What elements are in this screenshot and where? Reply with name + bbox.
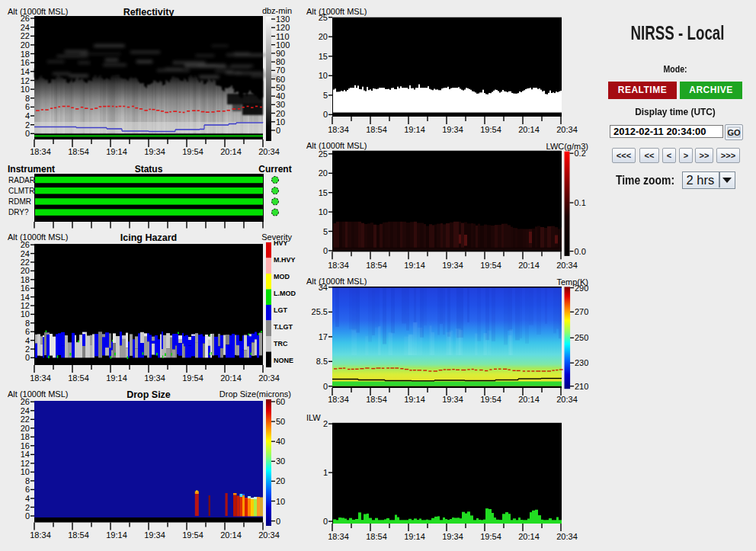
svg-text:18:54: 18:54 [68, 147, 89, 156]
svg-text:19:54: 19:54 [480, 125, 501, 134]
svg-text:6: 6 [25, 485, 30, 494]
svg-text:19:54: 19:54 [182, 147, 203, 156]
svg-text:20:14: 20:14 [518, 395, 540, 404]
svg-text:15: 15 [319, 188, 328, 197]
svg-text:2: 2 [323, 419, 328, 428]
svg-text:70: 70 [276, 66, 285, 75]
svg-text:RDMR: RDMR [8, 197, 31, 206]
svg-text:50: 50 [276, 83, 285, 92]
svg-text:18:54: 18:54 [68, 373, 89, 383]
svg-text:110: 110 [276, 32, 290, 41]
svg-text:20:34: 20:34 [556, 532, 578, 541]
svg-text:230: 230 [575, 358, 588, 367]
svg-text:12: 12 [21, 76, 30, 85]
svg-text:8: 8 [25, 319, 30, 328]
svg-text:10: 10 [319, 71, 328, 80]
svg-text:20:14: 20:14 [220, 147, 242, 156]
svg-text:8: 8 [25, 94, 30, 103]
svg-text:12: 12 [21, 301, 30, 310]
svg-text:40: 40 [276, 437, 285, 446]
svg-text:20:14: 20:14 [518, 125, 540, 134]
svg-text:16: 16 [21, 284, 30, 293]
svg-text:L.MOD: L.MOD [274, 290, 296, 297]
svg-text:18:54: 18:54 [68, 530, 89, 540]
svg-text:18: 18 [21, 50, 30, 59]
svg-text:40: 40 [276, 91, 285, 101]
svg-text:18:34: 18:34 [328, 261, 349, 270]
svg-text:26: 26 [21, 397, 30, 406]
svg-text:MOD: MOD [274, 273, 290, 280]
svg-text:TRC: TRC [274, 340, 288, 348]
svg-text:Alt (1000ft MSL): Alt (1000ft MSL) [8, 7, 68, 16]
svg-text:4: 4 [25, 494, 30, 503]
svg-text:2: 2 [25, 344, 30, 354]
svg-text:18:54: 18:54 [366, 125, 387, 134]
svg-text:16: 16 [21, 58, 30, 67]
svg-text:24: 24 [21, 406, 30, 415]
svg-text:14: 14 [21, 450, 30, 459]
svg-text:0.1: 0.1 [575, 198, 586, 207]
svg-text:80: 80 [276, 57, 285, 66]
svg-text:NONE: NONE [274, 357, 293, 364]
svg-text:18:54: 18:54 [366, 261, 387, 270]
svg-text:24: 24 [21, 249, 30, 258]
svg-text:19:54: 19:54 [480, 532, 501, 541]
svg-text:19:34: 19:34 [442, 125, 463, 134]
svg-text:0: 0 [323, 246, 328, 255]
svg-text:19:34: 19:34 [442, 261, 463, 270]
svg-text:19:14: 19:14 [404, 261, 425, 270]
svg-text:0: 0 [25, 129, 30, 138]
svg-text:26: 26 [21, 240, 30, 249]
svg-text:10: 10 [276, 117, 285, 127]
svg-text:M.HVY: M.HVY [274, 256, 296, 264]
svg-text:1: 1 [323, 468, 328, 477]
svg-text:0.2: 0.2 [575, 149, 586, 158]
svg-text:100: 100 [276, 40, 290, 50]
svg-text:LGT: LGT [274, 306, 287, 314]
svg-text:20:34: 20:34 [258, 373, 280, 383]
svg-text:14: 14 [21, 293, 30, 302]
svg-text:2: 2 [25, 120, 30, 130]
svg-text:10: 10 [276, 497, 285, 506]
svg-text:18:34: 18:34 [328, 125, 349, 134]
svg-text:RADAR: RADAR [8, 176, 35, 184]
svg-text:Drop Size: Drop Size [127, 389, 171, 400]
svg-text:20: 20 [319, 32, 328, 41]
svg-text:20:34: 20:34 [258, 147, 280, 156]
svg-text:0: 0 [323, 517, 328, 526]
svg-text:18:54: 18:54 [366, 395, 387, 404]
svg-text:10: 10 [21, 467, 30, 476]
svg-text:17: 17 [319, 332, 328, 341]
svg-text:290: 290 [575, 284, 588, 293]
svg-text:60: 60 [276, 75, 285, 84]
svg-text:18: 18 [21, 432, 30, 441]
svg-text:22: 22 [21, 258, 30, 267]
svg-text:19:14: 19:14 [404, 125, 425, 134]
svg-text:20: 20 [21, 266, 30, 275]
svg-text:19:54: 19:54 [182, 530, 203, 540]
svg-text:19:34: 19:34 [442, 395, 463, 404]
svg-text:34: 34 [319, 283, 328, 292]
svg-text:DRY?: DRY? [8, 208, 29, 216]
svg-text:18: 18 [21, 275, 30, 284]
svg-text:90: 90 [276, 49, 285, 58]
svg-text:20: 20 [276, 476, 285, 485]
svg-text:Instrument: Instrument [8, 164, 55, 175]
svg-text:50: 50 [276, 417, 285, 426]
svg-text:19:14: 19:14 [106, 530, 127, 540]
svg-text:20:14: 20:14 [518, 261, 540, 270]
svg-text:10: 10 [21, 309, 30, 319]
svg-text:8: 8 [25, 476, 30, 485]
svg-text:6: 6 [25, 327, 30, 336]
svg-text:19:54: 19:54 [182, 373, 203, 383]
svg-text:0: 0 [25, 353, 30, 362]
svg-text:10: 10 [21, 85, 30, 94]
svg-text:0.0: 0.0 [575, 247, 586, 256]
svg-text:20: 20 [319, 168, 328, 178]
svg-text:18:34: 18:34 [30, 147, 51, 156]
svg-text:19:54: 19:54 [480, 395, 501, 404]
svg-text:22: 22 [21, 415, 30, 424]
svg-text:20:34: 20:34 [258, 530, 280, 540]
svg-text:Alt (1000ft MSL): Alt (1000ft MSL) [8, 389, 68, 399]
svg-text:25: 25 [319, 149, 328, 159]
